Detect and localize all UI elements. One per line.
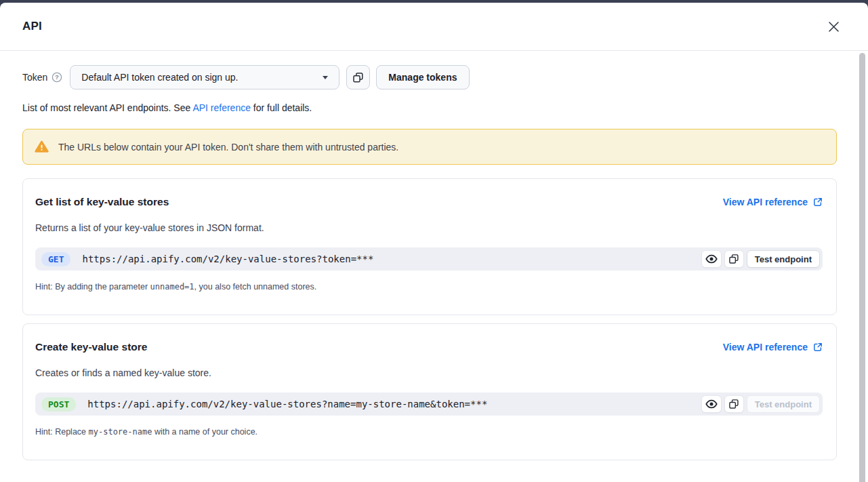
endpoint-hint: Hint: Replace my-store-name with a name … xyxy=(35,427,823,437)
api-modal: API Token ? Default API token created on… xyxy=(0,3,868,482)
manage-tokens-button[interactable]: Manage tokens xyxy=(376,65,469,89)
copy-url-button[interactable] xyxy=(724,250,744,268)
endpoint-actions: Test endpoint xyxy=(701,395,820,413)
token-label: Token xyxy=(22,72,47,83)
card-description: Creates or finds a named key-value store… xyxy=(35,367,823,378)
external-link-icon xyxy=(813,197,823,207)
intro-before: List of most relevant API endpoints. See xyxy=(22,102,192,113)
card-head: Create key-value store View API referenc… xyxy=(35,341,823,353)
endpoint-url: https://api.apify.com/v2/key-value-store… xyxy=(82,254,373,264)
view-api-reference-link[interactable]: View API reference xyxy=(723,342,823,353)
token-select[interactable]: Default API token created on sign up. xyxy=(70,65,339,89)
card-title: Create key-value store xyxy=(35,341,147,353)
endpoint-url: https://api.apify.com/v2/key-value-store… xyxy=(87,399,487,409)
hint-code: my-store-name xyxy=(89,427,152,437)
warning-icon xyxy=(35,140,49,153)
help-icon[interactable]: ? xyxy=(51,72,62,83)
hint-code: unnamed=1 xyxy=(150,282,194,292)
hint-before: Hint: By adding the parameter xyxy=(35,282,150,292)
hint-after: with a name of your choice. xyxy=(152,427,257,437)
hint-before: Hint: Replace xyxy=(35,427,89,437)
card-title: Get list of key-value stores xyxy=(35,196,169,208)
copy-url-button[interactable] xyxy=(724,395,744,413)
page-title: API xyxy=(22,20,42,33)
warning-text: The URLs below contain your API token. D… xyxy=(58,142,398,153)
close-icon xyxy=(828,21,840,33)
warning-banner: The URLs below contain your API token. D… xyxy=(22,129,837,165)
endpoint-card-get-list: Get list of key-value stores View API re… xyxy=(22,178,837,315)
test-endpoint-button[interactable]: Test endpoint xyxy=(747,250,820,268)
modal-header: API xyxy=(0,3,868,51)
scrollbar-thumb[interactable] xyxy=(859,53,865,482)
intro-after: for full details. xyxy=(251,102,312,113)
endpoint-hint: Hint: By adding the parameter unnamed=1,… xyxy=(35,282,823,292)
copy-token-button[interactable] xyxy=(346,65,370,89)
copy-icon xyxy=(728,254,739,264)
hint-after: , you also fetch unnamed stores. xyxy=(194,282,317,292)
method-badge: POST xyxy=(41,397,76,411)
reveal-token-button[interactable] xyxy=(701,250,722,268)
test-endpoint-button-disabled[interactable]: Test endpoint xyxy=(747,395,820,413)
copy-icon xyxy=(352,72,364,83)
view-api-reference-label: View API reference xyxy=(723,197,808,207)
eye-icon xyxy=(705,399,718,409)
card-description: Returns a list of your key-value stores … xyxy=(35,222,823,233)
svg-text:?: ? xyxy=(55,73,59,81)
endpoint-bar: GET https://api.apify.com/v2/key-value-s… xyxy=(35,247,823,270)
intro-text: List of most relevant API endpoints. See… xyxy=(22,102,837,113)
api-reference-link[interactable]: API reference xyxy=(192,102,251,113)
method-badge: GET xyxy=(41,252,70,266)
endpoint-bar: POST https://api.apify.com/v2/key-value-… xyxy=(35,393,823,416)
external-link-icon xyxy=(813,342,823,352)
endpoint-actions: Test endpoint xyxy=(701,250,820,268)
view-api-reference-link[interactable]: View API reference xyxy=(723,197,823,207)
eye-icon xyxy=(705,254,718,264)
endpoint-card-create-store: Create key-value store View API referenc… xyxy=(22,323,837,460)
close-button[interactable] xyxy=(825,18,842,35)
token-row: Token ? Default API token created on sig… xyxy=(22,65,837,89)
reveal-token-button[interactable] xyxy=(701,395,722,413)
view-api-reference-label: View API reference xyxy=(723,342,808,353)
token-select-value: Default API token created on sign up. xyxy=(81,72,238,83)
chevron-down-icon xyxy=(323,76,328,79)
card-head: Get list of key-value stores View API re… xyxy=(35,196,823,208)
copy-icon xyxy=(728,399,739,409)
modal-content: Token ? Default API token created on sig… xyxy=(0,51,868,460)
